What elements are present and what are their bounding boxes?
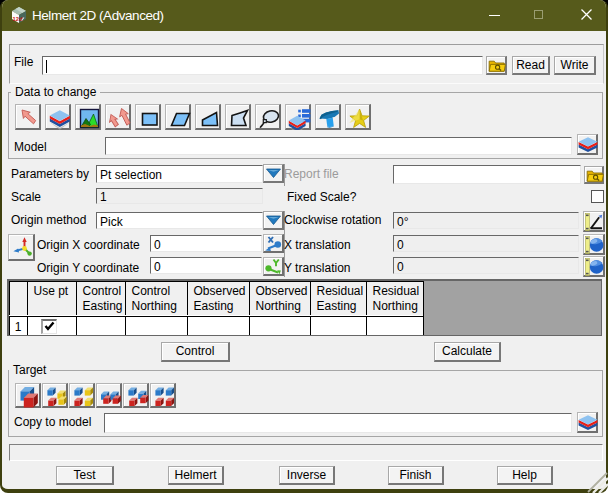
svg-text:12d: 12d: [13, 16, 23, 22]
